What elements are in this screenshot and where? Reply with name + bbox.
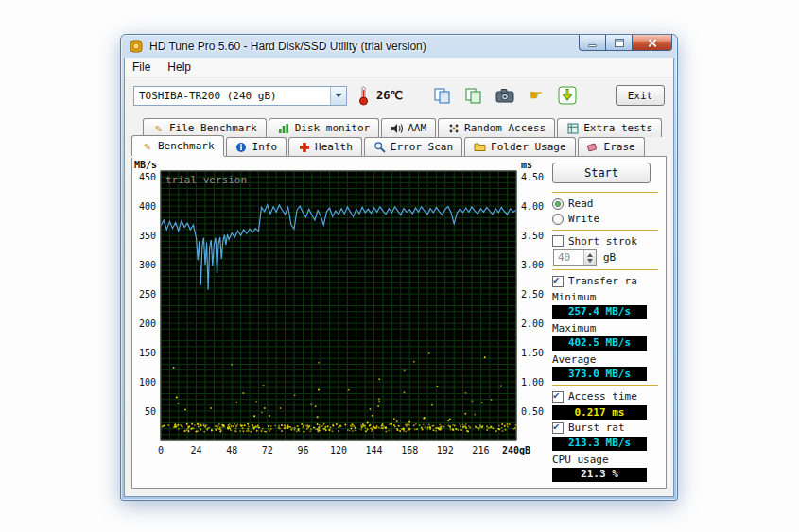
svg-text:300: 300 xyxy=(139,260,156,270)
svg-text:72: 72 xyxy=(262,445,273,455)
short-stroke-checkbox[interactable]: Short strok xyxy=(552,235,658,249)
svg-text:450: 450 xyxy=(139,172,156,182)
svg-text:2.00: 2.00 xyxy=(521,318,544,329)
short-stroke-input[interactable]: 40 xyxy=(553,249,597,266)
svg-text:3.50: 3.50 xyxy=(521,231,544,241)
tab-folder-usage[interactable]: Folder Usage xyxy=(464,137,575,156)
tab-label: File Benchmark xyxy=(169,122,257,134)
burst-rate-checkbox[interactable]: Burst rat xyxy=(552,421,658,435)
svg-text:24: 24 xyxy=(191,445,202,455)
short-stroke-unit: gB xyxy=(603,251,616,265)
checkbox-checked-icon xyxy=(552,276,564,287)
cpu-usage-value: 21.3 % xyxy=(552,468,647,482)
copy-text-button[interactable] xyxy=(430,83,455,108)
minimize-button[interactable] xyxy=(579,35,606,51)
window-client-area: File Help TOSHIBA-TR200 (240 gB) 26℃ xyxy=(124,58,674,497)
minimize-icon xyxy=(588,44,597,47)
read-radio-label: Read xyxy=(568,197,594,211)
burst-rate-label: Burst rat xyxy=(568,421,625,435)
tab-strip: ✎ File Benchmark Disk monitor AAM xyxy=(125,113,673,156)
svg-text:150: 150 xyxy=(139,348,156,358)
tab-label: Disk monitor xyxy=(295,122,370,134)
download-arrow-icon xyxy=(558,86,577,105)
tab-disk-monitor[interactable]: Disk monitor xyxy=(269,118,379,137)
radio-unselected-icon xyxy=(552,214,564,225)
speaker-icon xyxy=(391,122,403,134)
tab-erase[interactable]: Erase xyxy=(578,137,645,156)
exit-button[interactable]: Exit xyxy=(616,85,665,106)
copy-image-icon xyxy=(464,87,482,105)
tab-file-benchmark[interactable]: ✎ File Benchmark xyxy=(143,118,267,137)
tab-row-top: ✎ File Benchmark Disk monitor AAM xyxy=(143,118,667,137)
disk-monitor-icon xyxy=(278,122,290,134)
benchmark-pane: trial versionMB/sms450400350300250200150… xyxy=(131,156,667,489)
maximum-label: Maximum xyxy=(552,322,658,335)
save-results-button[interactable] xyxy=(555,83,580,108)
divider xyxy=(552,385,658,386)
eraser-icon xyxy=(587,141,599,153)
average-value: 373.0 MB/s xyxy=(552,367,647,381)
svg-text:240gB: 240gB xyxy=(502,445,530,455)
tab-extra-tests[interactable]: Extra tests xyxy=(557,118,662,137)
menu-help[interactable]: Help xyxy=(167,60,191,74)
svg-text:1.50: 1.50 xyxy=(521,348,544,358)
svg-text:216: 216 xyxy=(472,445,489,455)
tab-info[interactable]: Info xyxy=(226,137,287,156)
window-controls xyxy=(579,35,672,51)
titlebar[interactable]: HD Tune Pro 5.60 - Hard Disk/SSD Utility… xyxy=(124,35,674,58)
svg-text:2.50: 2.50 xyxy=(521,289,544,300)
tab-error-scan[interactable]: Error Scan xyxy=(364,137,462,156)
file-benchmark-icon: ✎ xyxy=(152,122,165,134)
close-button[interactable] xyxy=(633,35,672,51)
divider xyxy=(552,230,658,231)
burst-rate-value: 213.3 MB/s xyxy=(552,437,647,451)
access-time-value: 0.217 ms xyxy=(552,405,647,420)
screenshot-button[interactable] xyxy=(493,83,517,108)
camera-icon xyxy=(495,88,514,103)
tab-health[interactable]: Health xyxy=(288,137,362,156)
tab-aam[interactable]: AAM xyxy=(381,118,436,137)
toolbar-icons: ☛ xyxy=(430,83,580,108)
svg-text:250: 250 xyxy=(139,289,156,300)
hdtune-window: HD Tune Pro 5.60 - Hard Disk/SSD Utility… xyxy=(120,34,678,501)
window-title: HD Tune Pro 5.60 - Hard Disk/SSD Utility… xyxy=(149,40,426,53)
minimum-label: Minimum xyxy=(552,291,658,304)
benchmark-graph: trial versionMB/sms450400350300250200150… xyxy=(132,157,547,488)
access-time-checkbox[interactable]: Access time xyxy=(552,390,658,403)
tab-label: Extra tests xyxy=(583,122,652,134)
tab-label: Benchmark xyxy=(158,140,215,152)
svg-text:168: 168 xyxy=(401,445,418,455)
svg-text:96: 96 xyxy=(297,445,308,455)
tab-label: Health xyxy=(315,141,353,153)
drive-select-arrow[interactable] xyxy=(330,87,346,105)
maximum-value: 402.5 MB/s xyxy=(552,336,647,351)
random-access-icon xyxy=(447,122,460,134)
drive-select[interactable]: TOSHIBA-TR200 (240 gB) xyxy=(133,86,347,106)
benchmark-settings-panel: Start Read Write Short strok xyxy=(547,157,666,488)
short-stroke-label: Short strok xyxy=(568,235,637,249)
svg-text:120: 120 xyxy=(330,445,347,455)
folder-icon xyxy=(474,141,486,153)
svg-text:48: 48 xyxy=(226,445,237,455)
menu-file[interactable]: File xyxy=(132,60,150,74)
svg-text:200: 200 xyxy=(139,318,156,329)
checkbox-checked-icon xyxy=(552,391,564,403)
maximize-button[interactable] xyxy=(606,35,633,51)
short-stroke-spinner[interactable] xyxy=(583,250,596,265)
svg-text:50: 50 xyxy=(145,406,156,417)
start-button[interactable]: Start xyxy=(552,163,651,183)
tab-random-access[interactable]: Random Access xyxy=(438,118,555,137)
transfer-rate-label: Transfer ra xyxy=(568,275,637,288)
pointer-button[interactable]: ☛ xyxy=(524,83,548,108)
copy-image-button[interactable] xyxy=(461,83,486,108)
read-radio[interactable]: Read xyxy=(552,197,658,211)
tab-label: AAM xyxy=(408,122,426,134)
transfer-rate-checkbox[interactable]: Transfer ra xyxy=(552,275,658,288)
write-radio[interactable]: Write xyxy=(552,213,658,226)
divider xyxy=(552,269,658,270)
svg-text:trial version: trial version xyxy=(165,174,247,186)
copy-text-icon xyxy=(433,87,451,105)
tab-benchmark[interactable]: ✎ Benchmark xyxy=(131,135,224,156)
write-radio-label: Write xyxy=(568,213,599,226)
tab-row-bottom: ✎ Benchmark Info Health xyxy=(131,137,667,156)
